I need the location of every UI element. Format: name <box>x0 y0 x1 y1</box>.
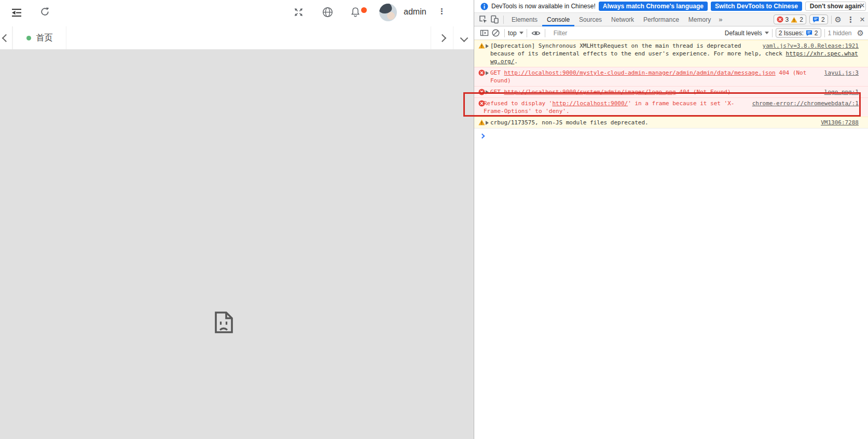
caret-down-icon <box>519 32 523 34</box>
message-source-link[interactable]: logo.png:1 <box>824 88 859 96</box>
tab-home[interactable]: 首页 <box>12 26 66 49</box>
message-text: . <box>514 58 518 65</box>
tab-home-label: 首页 <box>36 33 53 44</box>
prompt-chevron-icon <box>480 134 485 139</box>
devtools-more-icon[interactable]: ⋮ <box>847 15 855 24</box>
error-icon <box>478 100 485 107</box>
issues-bubble-icon <box>806 30 812 36</box>
more-tabs-icon[interactable]: » <box>715 16 725 23</box>
prev-tab-button[interactable] <box>0 26 12 49</box>
issues-bubble-icon <box>812 16 819 23</box>
divider <box>831 16 832 24</box>
error-icon <box>478 89 485 95</box>
issues-counter-label: 2 Issues: <box>779 30 804 37</box>
message-link[interactable]: http://localhost:9000/mystyle-cloud-admi… <box>504 69 776 76</box>
more-menu-icon[interactable]: ⋮ <box>438 7 446 16</box>
error-count: 3 <box>786 16 789 23</box>
log-levels-label: Default levels <box>725 30 762 37</box>
console-message-warning: yaml.js?v=3.8.0.Release:1921[Deprecation… <box>474 40 868 67</box>
tab-console[interactable]: Console <box>542 13 574 26</box>
username-label[interactable]: admin <box>404 7 426 17</box>
error-icon <box>478 69 485 76</box>
avatar[interactable] <box>379 4 397 21</box>
divider <box>824 29 825 37</box>
divider <box>504 29 505 37</box>
console-message-warning: VM1306:7288crbug/1173575, non-JS module … <box>474 117 868 128</box>
caret-down-icon <box>765 32 769 34</box>
message-source-link[interactable]: layui.js:3 <box>824 69 859 77</box>
collapse-sidebar-icon[interactable] <box>11 8 22 17</box>
tab-network[interactable]: Network <box>607 13 639 26</box>
issues-counter[interactable]: 2 Issues: 2 <box>776 28 821 38</box>
console-sidebar-icon[interactable] <box>478 27 490 39</box>
console-message-error: layui.js:3GET http://localhost:9000/myst… <box>474 67 868 86</box>
divider <box>527 29 527 37</box>
tab-performance[interactable]: Performance <box>639 13 684 26</box>
infobar-message: DevTools is now available in Chinese! <box>491 3 596 10</box>
message-text: GET <box>490 89 504 95</box>
message-link[interactable]: http://localhost:9000/ <box>552 100 628 107</box>
issues-count: 2 <box>821 16 825 23</box>
chevron-left-icon <box>2 34 10 42</box>
tab-elements[interactable]: Elements <box>507 13 542 26</box>
console-message-error: logo.png:1GET http://localhost:9000/syst… <box>474 86 868 97</box>
filter-input[interactable] <box>553 29 721 37</box>
live-expression-eye-icon[interactable] <box>530 27 542 39</box>
switch-devtools-chinese-button[interactable]: Switch DevTools to Chinese <box>711 2 802 11</box>
message-text: 404 (Not Found) <box>676 89 731 95</box>
devtools-close-icon[interactable]: × <box>860 16 865 24</box>
warning-icon <box>791 17 797 23</box>
infobar-close-icon[interactable]: × <box>860 1 865 11</box>
app-header: admin ⋮ <box>0 0 474 26</box>
devtools-infobar: DevTools is now available in Chinese! Al… <box>474 0 868 13</box>
device-toolbar-icon[interactable] <box>489 14 500 25</box>
console-messages: yaml.js?v=3.8.0.Release:1921[Deprecation… <box>474 40 868 140</box>
console-settings-gear-icon[interactable]: ⚙ <box>857 29 864 37</box>
refresh-icon[interactable] <box>40 7 50 17</box>
message-source-link[interactable]: VM1306:7288 <box>821 119 859 126</box>
notification-bell-icon[interactable] <box>350 7 361 18</box>
context-label: top <box>508 30 517 37</box>
error-warning-badge[interactable]: 3 2 <box>774 15 806 24</box>
message-link[interactable]: http://localhost:9000/system/admin/image… <box>504 89 676 95</box>
next-tab-button[interactable] <box>431 26 453 49</box>
log-levels-selector[interactable]: Default levels <box>725 30 769 37</box>
divider <box>772 29 773 37</box>
tab-memory[interactable]: Memory <box>684 13 715 26</box>
console-message-error-highlighted: chrome-error://chromewebdata/:1Refused t… <box>474 97 868 117</box>
broken-page-icon <box>213 310 234 334</box>
message-source-link[interactable]: chrome-error://chromewebdata/:1 <box>752 100 859 107</box>
match-language-button[interactable]: Always match Chrome's language <box>599 2 708 11</box>
message-text: [Deprecation] Synchronous XMLHttpRequest… <box>490 43 786 57</box>
console-prompt[interactable] <box>474 128 868 140</box>
notification-badge-dot <box>361 7 367 13</box>
divider <box>503 16 504 24</box>
hidden-messages-label: 1 hidden <box>828 30 852 37</box>
clear-console-icon[interactable] <box>490 27 501 39</box>
tab-menu-button[interactable] <box>453 26 474 49</box>
expand-triangle-icon[interactable] <box>486 44 489 48</box>
fullscreen-icon[interactable] <box>294 7 304 17</box>
devtools-tab-strip: Elements Console Sources Network Perform… <box>474 13 868 26</box>
inspect-element-icon[interactable] <box>477 14 489 25</box>
message-text: GET <box>490 69 504 76</box>
issues-badge[interactable]: 2 <box>809 15 828 24</box>
warning-icon <box>478 43 485 49</box>
divider <box>545 29 545 37</box>
tab-sources[interactable]: Sources <box>574 13 607 26</box>
issues-counter-count: 2 <box>815 30 818 37</box>
expand-triangle-icon[interactable] <box>486 71 489 75</box>
active-tab-dot <box>26 36 31 40</box>
settings-gear-icon[interactable]: ⚙ <box>835 16 842 24</box>
expand-triangle-icon[interactable] <box>486 90 489 94</box>
devtools-panel: DevTools is now available in Chinese! Al… <box>474 0 868 439</box>
dont-show-again-button[interactable]: Don't show again <box>805 2 866 11</box>
message-source-link[interactable]: yaml.js?v=3.8.0.Release:1921 <box>763 42 859 50</box>
app-tab-bar: 首页 <box>0 26 474 50</box>
screen: admin ⋮ 首页 <box>0 0 868 439</box>
language-globe-icon[interactable] <box>322 7 333 18</box>
chevron-down-icon <box>460 34 468 42</box>
expand-triangle-icon[interactable] <box>486 121 489 125</box>
error-icon <box>777 16 783 23</box>
context-selector[interactable]: top <box>508 30 523 37</box>
